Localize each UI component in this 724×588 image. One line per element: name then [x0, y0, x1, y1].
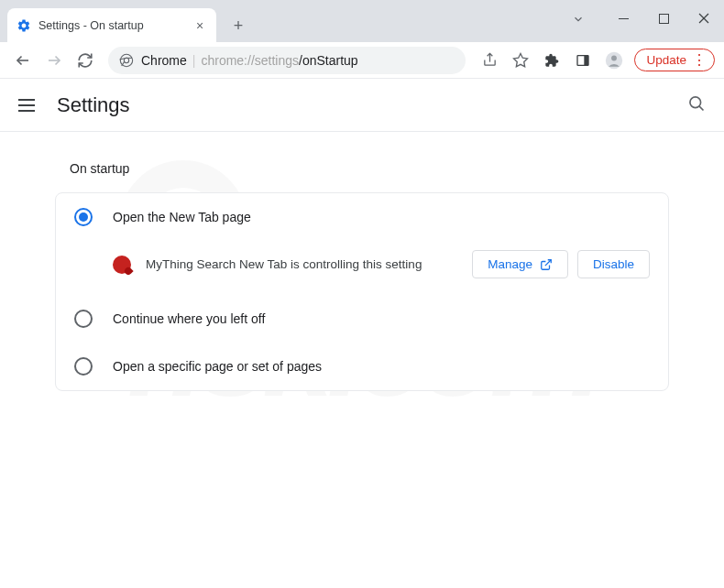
svg-point-16	[612, 55, 618, 60]
address-bar[interactable]: Chrome|chrome://settings/onStartup	[108, 47, 466, 74]
chrome-icon	[119, 53, 134, 68]
profile-icon[interactable]	[599, 47, 629, 74]
hamburger-menu-icon[interactable]	[18, 94, 40, 116]
browser-tab[interactable]: Settings - On startup ×	[7, 8, 216, 42]
tab-title: Settings - On startup	[38, 19, 192, 32]
minimize-icon[interactable]	[603, 0, 643, 37]
settings-gear-icon	[16, 18, 31, 33]
svg-line-18	[699, 106, 703, 110]
svg-line-19	[545, 259, 551, 265]
option-continue[interactable]: Continue where you left off	[56, 295, 668, 343]
radio-unchecked-icon[interactable]	[74, 357, 93, 376]
address-text: Chrome|chrome://settings/onStartup	[141, 53, 358, 68]
search-icon[interactable]	[687, 94, 706, 116]
page-title: Settings	[57, 93, 130, 117]
maximize-icon[interactable]	[643, 0, 684, 37]
disable-label: Disable	[593, 257, 634, 271]
svg-point-17	[690, 96, 701, 107]
close-icon[interactable]: ×	[192, 18, 207, 33]
radio-checked-icon[interactable]	[74, 208, 93, 226]
external-link-icon	[540, 258, 553, 271]
svg-rect-14	[585, 55, 589, 65]
extension-app-icon	[113, 256, 131, 274]
manage-label: Manage	[488, 257, 532, 271]
back-button[interactable]	[9, 47, 37, 74]
manage-button[interactable]: Manage	[472, 250, 568, 278]
new-tab-button[interactable]: +	[225, 13, 251, 38]
settings-header: Settings	[0, 79, 724, 132]
window-titlebar: Settings - On startup × +	[0, 0, 724, 42]
svg-rect-1	[659, 14, 668, 23]
update-button[interactable]: Update ⋮	[634, 49, 715, 71]
option-new-tab-page[interactable]: Open the New Tab page	[56, 193, 668, 241]
settings-content: On startup Open the New Tab page MyThing…	[0, 132, 724, 409]
reload-button[interactable]	[71, 47, 99, 74]
option-label: Continue where you left off	[113, 311, 265, 326]
bookmark-star-icon[interactable]	[506, 47, 535, 74]
startup-options-card: Open the New Tab page MyThing Search New…	[55, 192, 669, 391]
option-specific-pages[interactable]: Open a specific page or set of pages	[56, 343, 668, 390]
sidepanel-icon[interactable]	[568, 47, 598, 74]
extension-notice-text: MyThing Search New Tab is controlling th…	[146, 257, 457, 271]
update-label: Update	[646, 53, 686, 67]
option-label: Open the New Tab page	[113, 210, 251, 224]
option-label: Open a specific page or set of pages	[113, 359, 322, 374]
forward-button[interactable]	[40, 47, 68, 74]
svg-rect-0	[619, 18, 629, 19]
window-controls	[603, 0, 724, 37]
browser-toolbar: Chrome|chrome://settings/onStartup Updat…	[0, 42, 724, 79]
svg-marker-12	[514, 53, 528, 66]
radio-unchecked-icon[interactable]	[74, 310, 93, 328]
extensions-icon[interactable]	[537, 47, 566, 74]
extension-control-notice: MyThing Search New Tab is controlling th…	[56, 241, 668, 295]
section-title: On startup	[55, 150, 669, 187]
close-window-icon[interactable]	[684, 0, 724, 37]
chevron-down-icon[interactable]	[572, 13, 585, 29]
disable-button[interactable]: Disable	[577, 250, 650, 278]
share-icon[interactable]	[475, 47, 504, 74]
